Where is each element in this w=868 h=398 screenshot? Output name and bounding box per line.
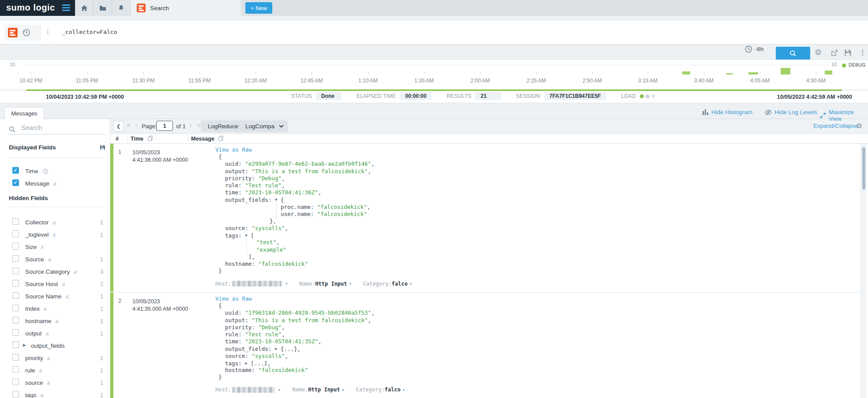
query-history-icon[interactable] — [22, 28, 31, 37]
category-dropdown-caret[interactable]: ▾ — [402, 387, 405, 392]
log-level-indicator — [110, 395, 113, 398]
name-label: Name: — [292, 387, 308, 393]
search-doc-icon[interactable] — [8, 28, 18, 37]
copy-message-icon[interactable] — [218, 136, 223, 141]
page-number-input[interactable] — [156, 121, 173, 131]
view-as-raw-link[interactable]: View as Raw — [215, 146, 375, 153]
home-button[interactable] — [75, 0, 94, 16]
hide-histogram-link[interactable]: Hide Histogram — [703, 109, 752, 115]
field-row-source-name[interactable]: Source Namea1 — [0, 291, 110, 303]
histogram-bar-debug[interactable] — [726, 73, 733, 74]
json-line: output_fields: ▶ {...}, — [215, 345, 375, 352]
field-count: 1 — [92, 306, 103, 312]
histogram-bar-debug[interactable] — [781, 68, 790, 74]
field-row-rule[interactable]: rulea1 — [0, 365, 110, 377]
field-checkbox[interactable] — [12, 342, 19, 348]
host-value-redacted[interactable] — [232, 281, 282, 286]
name-dropdown-caret[interactable]: ▾ — [349, 281, 352, 286]
new-button[interactable]: + New — [245, 2, 272, 14]
field-row-collector[interactable]: Collectora1 — [0, 217, 110, 229]
field-row-output-fields[interactable]: ▶output_fields — [0, 340, 110, 353]
field-checkbox[interactable] — [12, 379, 19, 385]
table-settings-gear-icon[interactable]: ⚙ — [856, 122, 862, 130]
expand-collapse-link[interactable]: Expand/Collapse — [813, 123, 858, 129]
field-checkbox[interactable] — [12, 366, 19, 373]
field-checkbox[interactable] — [12, 179, 19, 186]
field-checkbox[interactable] — [12, 243, 19, 249]
next-page-button[interactable]: › — [189, 121, 192, 129]
name-group[interactable]: Name:Http Input▾ — [299, 281, 351, 287]
field-row-tags[interactable]: tagsa1 — [0, 390, 110, 398]
fields-search-input[interactable] — [20, 123, 101, 132]
scrollbar-thumb[interactable] — [862, 147, 865, 190]
field-checkbox[interactable] — [12, 391, 19, 398]
field-row-message[interactable]: Messagea — [0, 178, 110, 190]
field-row-time[interactable]: Time — [0, 166, 110, 178]
maximize-view-link[interactable]: Maximize View — [820, 109, 868, 122]
logcompare-caret-button[interactable] — [274, 120, 288, 132]
view-as-raw-link[interactable]: View as Raw — [215, 295, 375, 302]
json-key: priority — [225, 324, 252, 331]
field-checkbox[interactable] — [12, 268, 19, 274]
host-value-redacted[interactable] — [232, 387, 274, 393]
host-dropdown-caret[interactable]: ▾ — [285, 281, 288, 286]
field-row-source-category[interactable]: Source Categorya3 — [0, 266, 110, 279]
field-row--loglevel[interactable]: _loglevela1 — [0, 229, 110, 242]
last-page-button[interactable]: » — [197, 121, 201, 129]
field-checkbox[interactable] — [12, 218, 19, 225]
histogram-bar-debug[interactable] — [825, 71, 832, 74]
query-input[interactable]: _collector=Falco — [62, 29, 117, 35]
field-row-size[interactable]: Size# — [0, 242, 110, 254]
field-row-index[interactable]: Indexa1 — [0, 303, 110, 316]
category-group[interactable]: Category:falco▾ — [363, 281, 412, 287]
hide-log-levels-link[interactable]: Hide Log Levels — [765, 109, 817, 115]
collapse-sidebar-button[interactable]: ❮ — [113, 121, 124, 132]
field-checkbox[interactable] — [12, 280, 19, 286]
field-row-source-host[interactable]: Source Hosta2 — [0, 279, 110, 291]
json-punct: { — [277, 197, 284, 203]
share-icon[interactable] — [830, 49, 838, 57]
field-checkbox[interactable] — [12, 167, 19, 174]
json-line: hostname: "falcosidekick" — [215, 260, 375, 268]
histogram-bar-debug[interactable] — [748, 72, 758, 74]
name-group[interactable]: Name:Http Input▾ — [292, 387, 344, 393]
notifications-button[interactable] — [112, 0, 131, 16]
field-row-output[interactable]: outputa1 — [0, 328, 110, 340]
first-page-button[interactable]: « — [127, 121, 131, 129]
json-value: "falcosidekick" — [317, 204, 367, 210]
field-checkbox[interactable] — [12, 329, 19, 336]
host-dropdown-caret[interactable]: ▾ — [278, 387, 281, 392]
field-checkbox[interactable] — [12, 231, 19, 237]
field-checkbox[interactable] — [12, 354, 19, 361]
field-row-priority[interactable]: prioritya1 — [0, 353, 110, 365]
category-group[interactable]: Category:falco▾ — [356, 387, 405, 393]
name-dropdown-caret[interactable]: ▾ — [342, 387, 345, 392]
save-icon[interactable] — [844, 49, 852, 56]
save-fields-icon[interactable] — [100, 145, 105, 150]
library-button[interactable] — [94, 0, 112, 16]
json-key: output — [225, 317, 245, 324]
expand-caret-icon[interactable]: ▶ — [23, 343, 26, 347]
time-range-selector[interactable]: -6h — [745, 45, 764, 53]
kebab-menu-icon[interactable]: ⋮ — [859, 48, 866, 56]
field-checkbox[interactable] — [12, 317, 19, 324]
tab-search[interactable]: Search — [131, 0, 241, 16]
settings-gear-icon[interactable]: ⚙ — [815, 48, 822, 57]
category-dropdown-caret[interactable]: ▾ — [410, 281, 412, 286]
field-row-source[interactable]: sourcea1 — [0, 377, 110, 390]
hamburger-menu-icon[interactable] — [62, 4, 71, 11]
field-checkbox[interactable] — [12, 305, 19, 311]
copy-time-icon[interactable] — [148, 136, 153, 141]
field-checkbox[interactable] — [12, 292, 19, 299]
json-punct: }, — [270, 218, 276, 224]
field-row-hostname[interactable]: hostnamea1 — [0, 316, 110, 328]
prev-page-button[interactable]: ‹ — [135, 121, 137, 129]
run-search-button[interactable] — [776, 47, 810, 60]
json-value: "Debug" — [258, 175, 282, 182]
load-status: LOAD — [621, 93, 657, 99]
histogram-bar-debug[interactable] — [682, 71, 690, 74]
field-count: 1 — [92, 219, 103, 226]
field-checkbox[interactable] — [12, 255, 19, 262]
field-row-source[interactable]: Sourcea1 — [0, 254, 110, 266]
tab-messages[interactable]: Messages — [4, 107, 44, 119]
